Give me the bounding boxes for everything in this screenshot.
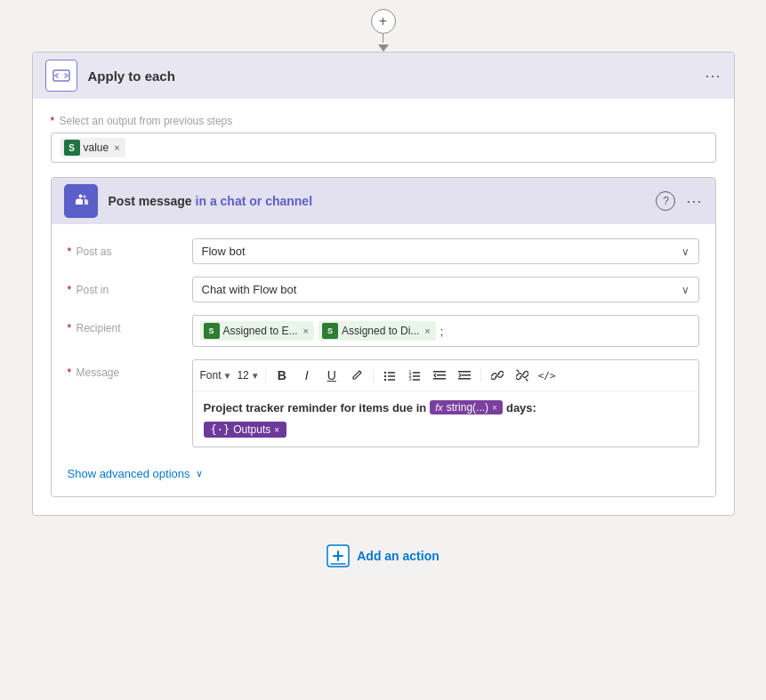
inner-header-right: ? ··· (656, 191, 702, 211)
apply-to-each-card: Apply to each ··· * Select an output fro… (32, 52, 735, 516)
svg-rect-17 (462, 374, 471, 376)
svg-point-1 (383, 372, 385, 374)
link-button[interactable] (487, 365, 508, 386)
outputs-token-close[interactable]: × (274, 425, 279, 435)
toolbar-divider-2 (373, 368, 374, 382)
post-in-dropdown[interactable]: Chat with Flow bot ∨ (192, 277, 699, 302)
recipient-separator: ; (440, 325, 444, 338)
show-advanced-options[interactable]: Show advanced options ∨ (68, 460, 699, 482)
add-action-icon (327, 544, 350, 567)
font-size-selector[interactable]: 12 ▼ (237, 369, 259, 382)
inner-menu-button[interactable]: ··· (686, 192, 702, 211)
svg-rect-15 (433, 378, 446, 380)
teams-action-body: * Post as Flow bot ∨ * (52, 224, 715, 496)
italic-button[interactable]: I (296, 365, 318, 386)
token-close-button[interactable]: × (114, 142, 119, 153)
svg-point-3 (383, 375, 385, 377)
canvas: + Apply to each ··· * Select an output (10, 9, 757, 575)
message-toolbar: Font ▼ 12 ▼ B I (193, 360, 698, 391)
svg-point-5 (383, 379, 385, 381)
outputs-token-row: {·} Outputs × (204, 422, 688, 438)
recipient-token-1-close[interactable]: × (303, 326, 309, 336)
recipient-token-1: S Assigned to E... × (200, 321, 314, 341)
recipient-token-2: S Assigned to Di... × (318, 321, 436, 341)
recipient-token-1-icon: S (204, 323, 220, 339)
add-action-label: Add an action (357, 549, 439, 563)
size-chevron-icon: ▼ (251, 371, 260, 381)
svg-rect-14 (437, 374, 446, 376)
fx-icon: fx (435, 402, 443, 413)
recipient-input[interactable]: S Assigned to E... × S Assigned to Di...… (192, 315, 699, 347)
top-connector: + (371, 9, 396, 52)
svg-rect-13 (433, 371, 446, 373)
required-marker: * (51, 115, 55, 127)
svg-rect-12 (413, 379, 420, 381)
svg-rect-8 (413, 372, 420, 374)
help-button[interactable]: ? (656, 191, 675, 211)
message-editor[interactable]: Font ▼ 12 ▼ B I (192, 359, 699, 447)
add-action-container: Add an action (312, 537, 454, 575)
outputs-token: {·} Outputs × (204, 422, 287, 438)
toolbar-divider-1 (265, 368, 266, 382)
post-as-control: Flow bot ∨ (192, 238, 699, 264)
recipient-row: * Recipient S Assigned to E... × (68, 315, 699, 347)
message-content-area[interactable]: Project tracker reminder for items due i… (193, 391, 698, 447)
unordered-list-button[interactable] (379, 365, 400, 386)
message-static-text: Project tracker reminder for items due i… (204, 401, 427, 414)
recipient-token-2-close[interactable]: × (424, 326, 430, 336)
add-action-button[interactable]: Add an action (312, 537, 454, 575)
message-text: Project tracker reminder for items due i… (204, 400, 688, 414)
post-in-row: * Post in Chat with Flow bot ∨ (68, 277, 699, 302)
add-step-button[interactable]: + (371, 9, 396, 34)
message-days-text: days: (506, 401, 536, 414)
message-control: Font ▼ 12 ▼ B I (192, 359, 699, 447)
svg-rect-18 (458, 378, 471, 380)
outer-body: * Select an output from previous steps S… (33, 99, 734, 515)
font-selector[interactable]: Font ▼ (200, 369, 232, 382)
outer-menu-button[interactable]: ··· (705, 67, 721, 85)
teams-action-card: Post message in a chat or channel ? ··· … (51, 177, 716, 497)
svg-rect-6 (388, 379, 395, 381)
svg-rect-10 (413, 375, 420, 377)
code-button[interactable]: </> (536, 365, 558, 386)
recipient-label: * Recipient (68, 315, 192, 334)
apply-to-each-header: Apply to each ··· (33, 52, 734, 99)
underline-button[interactable]: U (321, 365, 343, 386)
unlink-button[interactable] (512, 365, 533, 386)
select-output-label: * Select an output from previous steps (51, 115, 716, 127)
teams-action-header: Post message in a chat or channel ? ··· (52, 178, 715, 224)
advanced-chevron-icon: ∨ (196, 468, 203, 479)
post-as-row: * Post as Flow bot ∨ (68, 238, 699, 264)
value-token: S value × (60, 138, 125, 157)
post-as-chevron-icon: ∨ (681, 245, 689, 258)
svg-rect-4 (388, 375, 395, 377)
svg-rect-16 (458, 371, 471, 373)
bold-button[interactable]: B (271, 365, 293, 386)
teams-action-title: Post message in a chat or channel (109, 194, 313, 208)
font-chevron-icon: ▼ (223, 371, 232, 381)
connector-line (383, 34, 384, 43)
pen-button[interactable] (346, 365, 367, 386)
apply-to-each-title: Apply to each (88, 68, 175, 84)
post-in-label: * Post in (68, 277, 192, 296)
post-in-control: Chat with Flow bot ∨ (192, 277, 699, 302)
ordered-list-button[interactable]: 1. 2. 3. (404, 365, 425, 386)
svg-rect-2 (388, 372, 395, 374)
post-as-label: * Post as (68, 238, 192, 258)
toolbar-divider-3 (480, 368, 481, 382)
teams-icon (64, 184, 98, 218)
fx-token-close[interactable]: × (492, 403, 497, 413)
post-as-dropdown[interactable]: Flow bot ∨ (192, 238, 699, 264)
outputs-icon: {·} (211, 423, 230, 436)
arrow-down-icon (378, 44, 389, 52)
message-row: * Message Font ▼ (68, 359, 699, 447)
decrease-indent-button[interactable] (429, 365, 450, 386)
apply-to-each-icon (45, 60, 77, 92)
select-output-input[interactable]: S value × (51, 133, 716, 163)
post-in-chevron-icon: ∨ (681, 284, 689, 296)
svg-text:3.: 3. (408, 376, 412, 382)
increase-indent-button[interactable] (454, 365, 475, 386)
inner-header-left: Post message in a chat or channel (64, 184, 313, 218)
outer-header-left: Apply to each (45, 60, 175, 92)
token-s-icon: S (64, 140, 80, 156)
